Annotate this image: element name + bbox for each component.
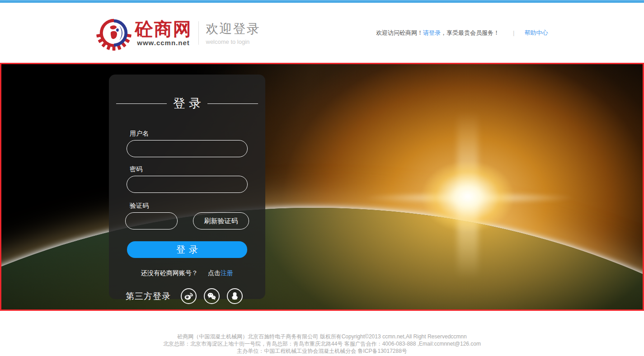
third-party-login-row: 第三方登录: [109, 288, 265, 304]
header-links: 欢迎访问砼商网！ 请登录 ，享受最贵会员服务！ | 帮助中心: [376, 29, 548, 37]
register-link[interactable]: 注册: [221, 269, 233, 276]
slogan-title: 欢迎登录: [206, 20, 260, 37]
password-input[interactable]: [127, 176, 248, 193]
password-label: 密码: [130, 165, 265, 173]
refresh-captcha-button[interactable]: 刷新验证码: [193, 212, 249, 230]
header-separator: |: [513, 29, 514, 36]
login-title-text: 登录: [169, 95, 205, 112]
login-button[interactable]: 登录: [127, 241, 247, 258]
register-action-text: 点击: [208, 269, 221, 276]
page-footer: 砼商网（中国混凝土机械网）北京百施特电子商务有限公司 版权所有Copyright…: [0, 311, 644, 356]
gear-globe-icon: [96, 15, 132, 51]
qq-login-button[interactable]: [227, 288, 243, 304]
slogan-subtitle: welcome to login: [206, 38, 260, 45]
weibo-icon: [183, 291, 194, 301]
wechat-icon: [207, 291, 217, 301]
wechat-login-button[interactable]: [204, 288, 220, 304]
welcome-text-prefix: 欢迎访问砼商网！: [376, 29, 423, 37]
register-row: 还没有砼商网账号？点击注册: [109, 269, 265, 277]
username-input[interactable]: [127, 140, 248, 157]
sun-core: [409, 151, 526, 242]
logo-title: 砼商网: [135, 19, 192, 38]
title-line-right: [207, 103, 258, 104]
register-prompt: 还没有砼商网账号？: [141, 269, 198, 276]
captcha-input[interactable]: [125, 212, 178, 230]
footer-copyright-line: 砼商网（中国混凝土机械网）北京百施特电子商务有限公司 版权所有Copyright…: [0, 333, 644, 340]
help-center-link[interactable]: 帮助中心: [525, 29, 548, 37]
login-link[interactable]: 请登录: [423, 29, 441, 37]
third-party-label: 第三方登录: [126, 290, 171, 302]
hero-banner: 登录 用户名 密码 验证码 刷新验证码 登录 还没有砼商网账号？点击注册 第三方…: [0, 63, 644, 311]
login-panel: 登录 用户名 密码 验证码 刷新验证码 登录 还没有砼商网账号？点击注册 第三方…: [109, 75, 265, 299]
logo-url: www.ccmn.net: [137, 39, 189, 47]
weibo-login-button[interactable]: [181, 288, 197, 304]
captcha-label: 验证码: [130, 202, 265, 210]
welcome-slogan: 欢迎登录 welcome to login: [206, 20, 260, 45]
footer-organizer-line: 主办单位：中国工程机械工业协会混凝土机械分会 鲁ICP备13017288号: [0, 347, 644, 355]
title-line-left: [116, 103, 167, 104]
page-header: 砼商网 www.ccmn.net 欢迎登录 welcome to login 欢…: [0, 3, 644, 63]
site-logo[interactable]: 砼商网 www.ccmn.net: [96, 15, 192, 51]
header-divider: [198, 21, 199, 45]
welcome-text-suffix: ，享受最贵会员服务！: [441, 29, 499, 37]
login-panel-title: 登录: [109, 95, 265, 112]
footer-contact-line: 北京总部：北京市海淀区上地十街一号院，青岛总部：青岛市重庆北路44号 客服广告合…: [0, 340, 644, 347]
username-label: 用户名: [130, 130, 265, 138]
qq-icon: [230, 291, 240, 301]
